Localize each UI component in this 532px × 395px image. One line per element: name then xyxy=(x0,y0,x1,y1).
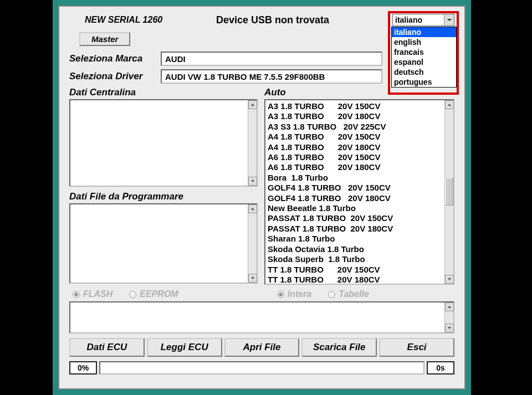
centralina-title: Dati Centralina xyxy=(69,87,258,98)
master-button[interactable]: Master xyxy=(79,32,130,46)
language-selected: italiano xyxy=(395,16,422,24)
leggi-ecu-button[interactable]: Leggi ECU xyxy=(147,338,222,357)
scroll-up-icon[interactable] xyxy=(248,204,257,213)
auto-item[interactable]: GOLF4 1.8 TURBO 20V 150CV xyxy=(268,183,451,193)
radio-flash[interactable]: FLASH xyxy=(73,289,112,299)
esci-button[interactable]: Esci xyxy=(379,338,454,357)
header: NEW SERIAL 1260 Device USB non trovata i… xyxy=(69,12,454,28)
language-option-deutsch[interactable]: deutsch xyxy=(392,67,456,77)
language-option-italiano[interactable]: italiano xyxy=(392,27,456,37)
device-status: Device USB non trovata xyxy=(177,14,392,26)
auto-item[interactable]: A3 1.8 TURBO 20V 180CV xyxy=(268,111,451,121)
lists-area: Dati Centralina Dati File da Programmare xyxy=(69,87,454,285)
app-frame: NEW SERIAL 1260 Device USB non trovata i… xyxy=(53,0,471,395)
scroll-down-icon[interactable] xyxy=(445,324,454,332)
auto-item[interactable]: A3 S3 1.8 TURBO 20V 225CV xyxy=(268,122,451,132)
scroll-up-icon[interactable] xyxy=(248,100,257,109)
radio-intera[interactable]: Intera xyxy=(277,289,312,299)
auto-item[interactable]: A6 1.8 TURBO 20V 180CV xyxy=(268,162,451,172)
file-title: Dati File da Programmare xyxy=(69,191,258,202)
language-option-portugues[interactable]: portugues xyxy=(392,77,456,87)
button-row: Dati ECU Leggi ECU Apri File Scarica Fil… xyxy=(69,338,454,357)
auto-item[interactable]: A3 1.8 TURBO 20V 150CV xyxy=(268,101,451,111)
dati-ecu-button[interactable]: Dati ECU xyxy=(69,338,145,357)
scroll-down-icon[interactable] xyxy=(248,177,257,186)
language-select[interactable]: italiano xyxy=(392,14,454,26)
scroll-up-icon[interactable] xyxy=(445,302,454,311)
auto-item[interactable]: A4 1.8 TURBO 20V 180CV xyxy=(268,142,451,152)
progress-row: 0% 0s xyxy=(69,361,454,375)
radio-tabelle[interactable]: Tabelle xyxy=(328,289,369,299)
language-option-english[interactable]: english xyxy=(392,37,456,47)
auto-item[interactable]: Skoda Superb 1.8 Turbo xyxy=(268,254,451,264)
marca-label: Seleziona Marca xyxy=(69,53,161,64)
auto-item[interactable]: Sharan 1.8 Turbo xyxy=(268,234,451,244)
serial-label: NEW SERIAL 1260 xyxy=(69,15,177,25)
auto-item[interactable]: Skoda Octavia 1.8 Turbo xyxy=(268,244,451,254)
apri-file-button[interactable]: Apri File xyxy=(224,338,300,357)
console-box xyxy=(69,301,454,334)
radio-icon xyxy=(277,291,284,298)
scroll-thumb[interactable] xyxy=(446,178,453,206)
driver-label: Seleziona Driver xyxy=(69,71,161,82)
auto-item[interactable]: New Beeatle 1.8 Turbo xyxy=(268,203,451,213)
auto-item[interactable]: Bora 1.8 Turbo xyxy=(268,173,451,183)
language-option-espanol[interactable]: espanol xyxy=(392,57,456,67)
centralina-listbox[interactable] xyxy=(69,99,258,187)
progress-percent: 0% xyxy=(69,361,97,375)
main-window: NEW SERIAL 1260 Device USB non trovata i… xyxy=(58,6,466,389)
chevron-down-icon[interactable] xyxy=(444,14,454,25)
scrollbar[interactable] xyxy=(248,204,257,283)
auto-list[interactable]: A3 1.8 TURBO 20V 150CVA3 1.8 TURBO 20V 1… xyxy=(265,100,453,286)
radio-row: FLASH EEPROM Intera Tabelle xyxy=(69,289,454,299)
scrollbar[interactable] xyxy=(444,100,453,284)
scroll-up-icon[interactable] xyxy=(445,100,454,109)
language-dropdown[interactable]: italiano english francais espanol deutsc… xyxy=(391,27,457,88)
radio-icon xyxy=(129,291,136,298)
radio-icon xyxy=(328,291,335,298)
auto-item[interactable]: PASSAT 1.8 TURBO 20V 150CV xyxy=(268,213,451,223)
file-listbox[interactable] xyxy=(69,203,258,284)
scrollbar[interactable] xyxy=(248,100,257,186)
scroll-down-icon[interactable] xyxy=(248,274,257,283)
language-option-francais[interactable]: francais xyxy=(392,47,456,57)
marca-input[interactable] xyxy=(161,52,382,66)
radio-icon xyxy=(73,291,80,298)
auto-item[interactable]: TT 1.8 TURBO 20V 150CV xyxy=(268,265,451,275)
auto-item[interactable]: GOLF4 1.8 TURBO 20V 180CV xyxy=(268,193,451,203)
scroll-down-icon[interactable] xyxy=(445,275,454,284)
auto-item[interactable]: A6 1.8 TURBO 20V 150CV xyxy=(268,152,451,162)
auto-listbox[interactable]: A3 1.8 TURBO 20V 150CVA3 1.8 TURBO 20V 1… xyxy=(264,99,454,285)
auto-item[interactable]: TT 1.8 TURBO 20V 180CV xyxy=(268,275,451,285)
scrollbar[interactable] xyxy=(444,302,453,332)
auto-item[interactable]: A4 1.8 TURBO 20V 150CV xyxy=(268,132,451,142)
progress-time: 0s xyxy=(427,361,454,375)
scarica-file-button[interactable]: Scarica File xyxy=(301,338,377,357)
radio-eeprom[interactable]: EEPROM xyxy=(129,289,178,299)
auto-title: Auto xyxy=(264,87,454,98)
progress-bar xyxy=(99,361,424,375)
auto-item[interactable]: PASSAT 1.8 TURBO 20V 180CV xyxy=(268,224,451,234)
driver-input[interactable] xyxy=(161,69,382,84)
